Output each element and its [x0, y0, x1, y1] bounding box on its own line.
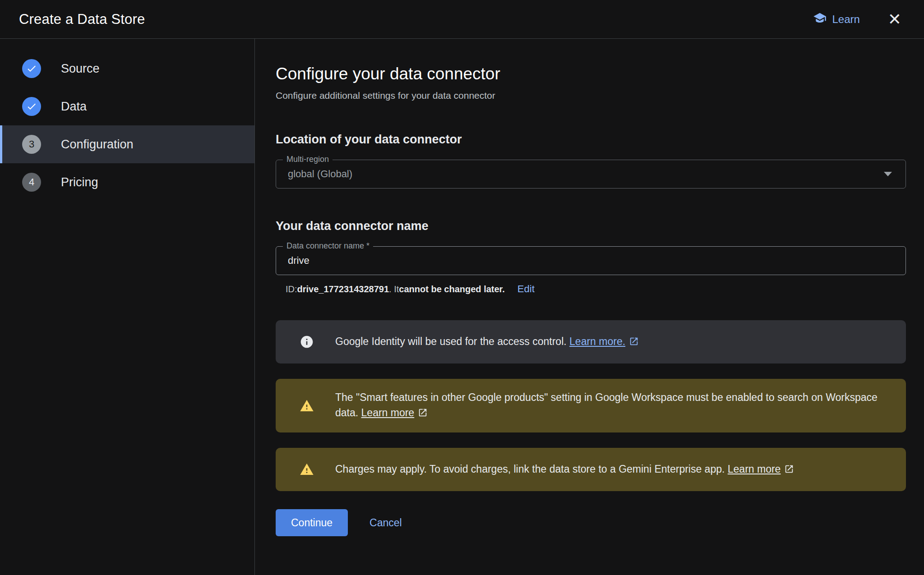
cancel-button[interactable]: Cancel	[370, 517, 402, 529]
warning-triangle-icon	[299, 462, 314, 477]
connector-id-value: drive_1772314328791	[297, 284, 389, 294]
multi-region-select[interactable]: global (Global)	[276, 160, 906, 189]
helper-bold: cannot be changed later.	[399, 284, 505, 294]
step-data-label: Data	[61, 100, 87, 114]
dialog-title: Create a Data Store	[19, 11, 145, 28]
identity-info-text: Google Identity will be used for the acc…	[335, 334, 639, 350]
connector-id-helper: ID: drive_1772314328791 . It cannot be c…	[276, 283, 906, 295]
charges-warning-banner: Charges may apply. To avoid charges, lin…	[276, 448, 906, 491]
charges-warning-text: Charges may apply. To avoid charges, lin…	[335, 461, 794, 478]
helper-mid: . It	[389, 284, 399, 294]
connector-name-input[interactable]	[288, 247, 894, 275]
learn-link[interactable]: Learn	[813, 11, 859, 28]
edit-id-link[interactable]: Edit	[517, 283, 535, 295]
create-data-store-dialog: Create a Data Store Learn ✕ Source	[0, 0, 924, 575]
info-circle-icon	[299, 334, 314, 350]
page-subtitle: Configure additional settings for your d…	[276, 89, 906, 102]
connector-name-field-box	[276, 246, 906, 275]
stepper-sidebar: Source Data 3 Configuration 4 Pricing	[0, 39, 255, 575]
multi-region-field-label: Multi-region	[283, 155, 333, 164]
step-configuration-number: 3	[22, 135, 41, 154]
step-source-label: Source	[61, 62, 100, 76]
step-pricing-label: Pricing	[61, 175, 98, 189]
step-source[interactable]: Source	[0, 50, 254, 87]
step-data[interactable]: Data	[0, 87, 254, 125]
location-section-heading: Location of your data connector	[276, 133, 906, 146]
learn-link-label: Learn	[832, 13, 859, 26]
step-source-check-icon	[22, 59, 41, 78]
warning-triangle-icon	[299, 398, 314, 414]
smart-features-learn-more-link[interactable]: Learn more	[361, 407, 415, 419]
header-actions: Learn ✕	[813, 9, 904, 29]
multi-region-field-wrap: Multi-region global (Global)	[276, 160, 906, 189]
connector-name-field-wrap: Data connector name *	[276, 246, 906, 275]
continue-button[interactable]: Continue	[276, 509, 348, 536]
identity-info-banner: Google Identity will be used for the acc…	[276, 320, 906, 363]
step-data-check-icon	[22, 97, 41, 116]
dialog-actions: Continue Cancel	[276, 509, 906, 536]
dialog-body: Source Data 3 Configuration 4 Pricing Co…	[0, 39, 924, 575]
external-link-icon[interactable]	[418, 406, 428, 422]
helper-prefix: ID:	[286, 284, 297, 294]
smart-features-warning-banner: The "Smart features in other Google prod…	[276, 379, 906, 432]
dialog-header: Create a Data Store Learn ✕	[0, 0, 924, 39]
close-icon[interactable]: ✕	[885, 9, 904, 29]
external-link-icon[interactable]	[629, 335, 639, 350]
chevron-down-icon[interactable]	[884, 172, 892, 176]
graduation-cap-icon	[813, 11, 827, 28]
step-pricing[interactable]: 4 Pricing	[0, 163, 254, 201]
step-pricing-number: 4	[22, 173, 41, 192]
name-section-heading: Your data connector name	[276, 219, 906, 233]
page-title: Configure your data connector	[276, 64, 906, 84]
smart-features-warning-text: The "Smart features in other Google prod…	[335, 390, 884, 422]
charges-learn-more-link[interactable]: Learn more	[728, 463, 781, 475]
configuration-panel: Configure your data connector Configure …	[255, 39, 924, 575]
step-configuration-label: Configuration	[61, 138, 134, 152]
step-configuration[interactable]: 3 Configuration	[0, 125, 254, 163]
external-link-icon[interactable]	[784, 463, 794, 478]
identity-learn-more-link[interactable]: Learn more.	[569, 336, 625, 347]
multi-region-value: global (Global)	[288, 168, 884, 180]
connector-name-field-label: Data connector name *	[283, 241, 373, 250]
